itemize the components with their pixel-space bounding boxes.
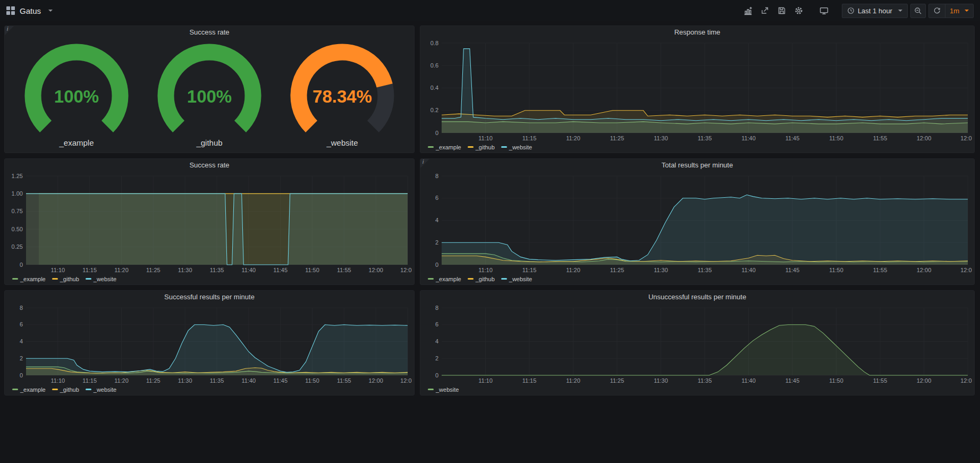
gear-icon <box>795 6 803 15</box>
refresh-interval-label: 1m <box>950 7 959 15</box>
chart-plot-area[interactable]: 11:1011:1511:2011:2511:3011:3511:4011:45… <box>423 39 972 142</box>
panel-title[interactable]: Success rate <box>5 26 414 39</box>
svg-text:11:50: 11:50 <box>305 267 319 273</box>
share-icon <box>761 6 769 15</box>
gauge-label: _example <box>59 138 94 147</box>
svg-text:11:25: 11:25 <box>146 267 160 273</box>
svg-text:11:40: 11:40 <box>241 267 256 273</box>
svg-text:11:40: 11:40 <box>741 135 756 141</box>
svg-text:1.00: 1.00 <box>12 190 23 197</box>
svg-text:11:35: 11:35 <box>698 135 712 141</box>
gauge-_example: 100% _example <box>10 43 143 147</box>
legend-item[interactable]: _github <box>468 144 495 150</box>
legend-item[interactable]: _website <box>86 276 116 282</box>
svg-text:12:05: 12:05 <box>960 267 972 273</box>
legend-item[interactable]: _example <box>12 276 46 282</box>
timeseries-chart: 11:1011:1511:2011:2511:3011:3511:4011:45… <box>5 304 414 395</box>
legend-item[interactable]: _github <box>52 276 79 282</box>
timeseries-chart: 11:1011:1511:2011:2511:3011:3511:4011:45… <box>420 39 974 153</box>
dashboard-title-caret-icon[interactable] <box>48 10 53 12</box>
legend-item[interactable]: _website <box>86 386 116 393</box>
svg-text:12:00: 12:00 <box>917 135 932 141</box>
svg-text:11:30: 11:30 <box>654 135 668 141</box>
svg-text:0.2: 0.2 <box>430 107 438 113</box>
svg-text:0.50: 0.50 <box>12 226 23 232</box>
svg-text:11:35: 11:35 <box>210 377 224 384</box>
navbar: Gatus <box>0 0 980 21</box>
svg-text:6: 6 <box>435 195 438 201</box>
svg-text:11:45: 11:45 <box>785 267 800 273</box>
svg-text:12:05: 12:05 <box>400 267 412 273</box>
panel-info-icon[interactable]: i <box>420 159 429 168</box>
svg-text:0.6: 0.6 <box>430 62 438 69</box>
legend-item[interactable]: _website <box>501 144 532 150</box>
svg-text:11:15: 11:15 <box>82 267 97 273</box>
svg-text:11:30: 11:30 <box>178 267 192 273</box>
panel-title[interactable]: Unsuccessful results per minute <box>420 291 974 304</box>
legend-item[interactable]: _github <box>52 386 79 393</box>
legend-item[interactable]: _example <box>428 144 461 150</box>
gauge-row: 100% _example 100% _github 78.34% _websi… <box>5 39 414 153</box>
svg-text:0.4: 0.4 <box>430 85 438 91</box>
svg-text:8: 8 <box>435 173 438 179</box>
panel-title[interactable]: Success rate <box>5 159 414 172</box>
legend-item[interactable]: _website <box>501 276 532 282</box>
refresh-picker: 1m <box>928 4 974 18</box>
panel-successful-results-per-minute: Successful results per minute 11:1011:15… <box>4 290 415 395</box>
svg-text:11:30: 11:30 <box>654 267 668 273</box>
time-range-button[interactable]: Last 1 hour <box>842 4 908 18</box>
refresh-interval-button[interactable]: 1m <box>945 4 973 18</box>
add-panel-button[interactable] <box>741 4 755 18</box>
svg-text:11:35: 11:35 <box>210 267 224 273</box>
save-button[interactable] <box>775 4 789 18</box>
svg-text:0: 0 <box>20 372 23 378</box>
chart-plot-area[interactable]: 11:1011:1511:2011:2511:3011:3511:4011:45… <box>423 304 972 385</box>
legend-item[interactable]: _github <box>468 276 495 282</box>
chart-legend: _example_github_website <box>7 385 412 394</box>
clock-icon <box>847 7 855 14</box>
panel-info-icon[interactable]: i <box>5 26 14 35</box>
svg-text:4: 4 <box>435 217 438 223</box>
settings-button[interactable] <box>792 4 806 18</box>
svg-text:4: 4 <box>20 338 23 344</box>
svg-text:11:50: 11:50 <box>829 267 843 273</box>
svg-text:0.25: 0.25 <box>12 243 23 250</box>
svg-text:12:05: 12:05 <box>400 377 412 384</box>
panel-success-rate-timeseries: Success rate 11:1011:1511:2011:2511:3011… <box>4 158 415 285</box>
svg-text:11:20: 11:20 <box>114 267 129 273</box>
gauge-_github: 100% _github <box>143 43 276 147</box>
svg-text:2: 2 <box>435 239 438 246</box>
chart-plot-area[interactable]: 11:1011:1511:2011:2511:3011:3511:4011:45… <box>7 304 412 385</box>
chart-plot-area[interactable]: 11:1011:1511:2011:2511:3011:3511:4011:45… <box>423 172 972 274</box>
svg-text:11:50: 11:50 <box>829 377 843 384</box>
gauge-value: 100% <box>187 87 232 106</box>
panel-title[interactable]: Successful results per minute <box>5 291 414 304</box>
dashboard-title[interactable]: Gatus <box>20 6 41 15</box>
share-button[interactable] <box>758 4 772 18</box>
svg-text:12:05: 12:05 <box>960 135 972 141</box>
svg-text:11:55: 11:55 <box>873 135 888 141</box>
svg-text:11:30: 11:30 <box>654 377 668 384</box>
svg-text:12:00: 12:00 <box>368 267 383 273</box>
refresh-icon <box>933 7 941 14</box>
svg-text:11:15: 11:15 <box>522 377 537 384</box>
chart-plot-area[interactable]: 11:1011:1511:2011:2511:3011:3511:4011:45… <box>7 172 412 274</box>
panel-title[interactable]: Response time <box>420 26 974 39</box>
legend-item[interactable]: _example <box>12 386 46 393</box>
zoom-out-button[interactable] <box>910 4 926 18</box>
dashboards-grid-icon[interactable] <box>6 6 15 15</box>
svg-text:11:55: 11:55 <box>337 267 351 273</box>
legend-item[interactable]: _website <box>428 386 459 393</box>
svg-text:11:10: 11:10 <box>50 267 65 273</box>
tv-mode-button[interactable] <box>817 4 831 18</box>
svg-text:11:50: 11:50 <box>305 377 319 384</box>
svg-text:11:10: 11:10 <box>50 377 65 384</box>
refresh-button[interactable] <box>929 4 945 18</box>
svg-text:11:20: 11:20 <box>114 377 129 384</box>
panel-title[interactable]: Total results per minute <box>420 159 974 172</box>
svg-text:11:25: 11:25 <box>610 377 624 384</box>
legend-item[interactable]: _example <box>428 276 461 282</box>
svg-text:11:55: 11:55 <box>873 267 888 273</box>
svg-text:0: 0 <box>435 130 438 136</box>
panel-total-results-per-minute: i Total results per minute 11:1011:1511:… <box>420 158 975 285</box>
